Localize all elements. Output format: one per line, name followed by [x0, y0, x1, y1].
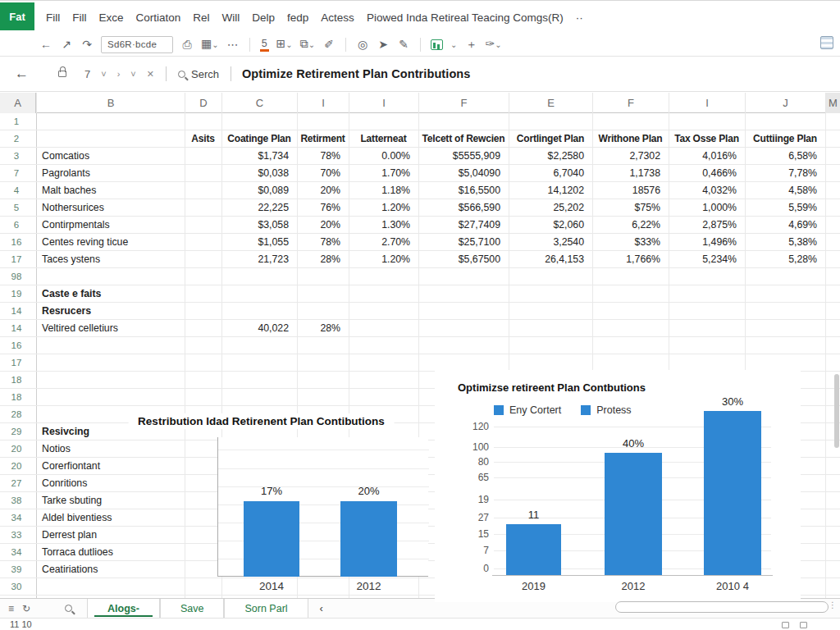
row-number[interactable]: 3 [0, 148, 33, 165]
table-cell[interactable]: 1.20% [349, 251, 418, 268]
menu-item-9[interactable]: Piowed Inda Retireal Teacing Comgs(R) [367, 11, 564, 24]
table-cell[interactable]: 1.30% [349, 217, 418, 234]
table-cell[interactable]: 76% [297, 199, 349, 217]
row-number[interactable]: 20 [0, 458, 33, 475]
pen-icon[interactable]: ✑⌄ [485, 36, 501, 52]
table-cell[interactable]: 2,7302 [592, 148, 669, 165]
row-number[interactable]: 34 [0, 509, 33, 527]
table-header-cell[interactable]: Writhone Plan [592, 130, 669, 148]
column-header-10[interactable]: J [745, 93, 825, 113]
refresh-icon[interactable]: ↻ [22, 603, 30, 614]
menu-item-0[interactable]: Fill [46, 11, 60, 24]
table-cell[interactable]: 3,2540 [509, 234, 592, 251]
sheet-tab-2[interactable]: Sorn Parl [224, 599, 308, 618]
table-cell[interactable]: 4,69% [745, 217, 825, 234]
table-cell[interactable]: 28% [297, 251, 349, 268]
menu-item-7[interactable]: fedp [287, 11, 308, 24]
table-cell[interactable]: $25,7100 [418, 234, 509, 251]
row-label-cell[interactable]: Centes reving ticue [36, 234, 185, 251]
table-cell[interactable]: 5,234% [669, 251, 745, 268]
table-cell[interactable]: 1.18% [349, 182, 418, 199]
table-cell[interactable]: $2,060 [509, 217, 592, 234]
table-cell[interactable]: 6,7040 [509, 165, 592, 182]
row-number[interactable]: 5 [0, 199, 33, 217]
overflow-dots-icon[interactable]: ⋮ [829, 600, 837, 609]
table-cell[interactable]: 2.70% [349, 234, 418, 251]
book-icon[interactable] [800, 622, 807, 628]
cell-reference[interactable]: 7 [84, 68, 90, 80]
menu-item-6[interactable]: Delp [252, 11, 275, 24]
user-icon[interactable] [782, 622, 789, 628]
table-cell[interactable]: 6,22% [592, 217, 669, 234]
table-cell[interactable]: $566,590 [418, 199, 509, 217]
more-icon[interactable]: ⋯ [226, 37, 240, 52]
file-icon[interactable]: ⎙ [180, 37, 194, 52]
table-cell[interactable]: $1,734 [221, 148, 297, 165]
table-cell[interactable]: 21,723 [221, 251, 297, 268]
table-cell[interactable]: 5,28% [745, 251, 825, 268]
fx-icon[interactable]: › [117, 69, 121, 79]
table-cell[interactable]: 14,1202 [509, 182, 592, 199]
right-bar-chart[interactable]: Optimizse retireent Plan Contbutions Eny… [435, 370, 801, 602]
table-cell[interactable]: 1.70% [349, 165, 418, 182]
row-label-cell[interactable]: Comcatios [36, 148, 185, 165]
chart-bar[interactable] [605, 453, 662, 575]
row-number[interactable]: 7 [0, 165, 33, 182]
plus-icon[interactable]: ＋ [464, 37, 477, 52]
column-header-2[interactable]: D [185, 93, 221, 113]
row-number[interactable]: 27 [0, 475, 33, 492]
menu-item-1[interactable]: Fill [72, 11, 86, 24]
row-number[interactable]: 4 [0, 182, 33, 199]
row-label-cell[interactable]: Veltired celletiurs [36, 320, 185, 337]
row-number[interactable]: 1 [0, 113, 33, 130]
chart-icon[interactable] [431, 39, 443, 50]
left-bar-chart[interactable]: Restribution Idad Retirenent Plan Contib… [94, 409, 428, 600]
menu-item-5[interactable]: Will [222, 11, 240, 24]
table-cell[interactable]: $5555,909 [418, 148, 509, 165]
table-cell[interactable]: $16,5500 [418, 182, 509, 199]
table-cell[interactable]: 25,202 [509, 199, 592, 217]
back-icon[interactable]: ← [39, 37, 52, 52]
column-header-7[interactable]: E [509, 93, 592, 113]
row-label-cell[interactable]: Caste e faits [36, 285, 185, 303]
table-cell[interactable]: 70% [297, 165, 349, 182]
row-number[interactable]: 98 [0, 268, 33, 285]
table-cell[interactable]: $33% [592, 234, 669, 251]
chart-bar[interactable] [506, 524, 561, 575]
row-number[interactable]: 18 [0, 372, 33, 389]
scrollbar-thumb[interactable] [834, 374, 839, 448]
chevron-down-icon[interactable]: ˅ [101, 69, 106, 79]
edit-icon[interactable]: ✎ [397, 37, 410, 52]
row-label-cell[interactable]: Malt baches [36, 182, 185, 199]
row-number[interactable]: 38 [0, 492, 33, 509]
menu-item-8[interactable]: Actess [321, 11, 354, 24]
column-header-11[interactable]: M [825, 93, 840, 113]
app-logo[interactable]: Fat [0, 2, 34, 30]
chart-bar[interactable] [340, 501, 397, 577]
tab-scroll-left-icon[interactable]: ‹ [320, 602, 323, 614]
table-cell[interactable]: 0,466% [669, 165, 745, 182]
sheet-tab-1[interactable]: Save [160, 599, 225, 618]
table-cell[interactable]: $75% [592, 199, 669, 217]
table-cell[interactable]: 20% [297, 182, 349, 199]
table-cell[interactable]: 1,1738 [592, 165, 669, 182]
table-cell[interactable]: $5,04090 [418, 165, 509, 182]
table-header-cell[interactable]: Coatinge Plan [221, 130, 297, 148]
table-cell[interactable]: 26,4,153 [509, 251, 592, 268]
table-cell[interactable]: 0.00% [349, 148, 418, 165]
table-cell[interactable]: 4,016% [669, 148, 745, 165]
search-icon[interactable] [178, 71, 185, 78]
borders-icon[interactable]: ⊞⌄ [276, 36, 293, 52]
table-cell[interactable]: 78% [297, 234, 349, 251]
row-label-cell[interactable]: Resrucers [36, 303, 185, 320]
undo-icon[interactable]: ↷ [80, 37, 94, 52]
table-cell[interactable]: $5,67500 [418, 251, 509, 268]
table-header-cell[interactable]: Cortlinget Plan [509, 130, 592, 148]
row-number[interactable]: 20 [0, 441, 33, 458]
row-number[interactable]: 16 [0, 337, 33, 354]
table-cell[interactable]: 1,766% [592, 251, 669, 268]
table-cell[interactable]: $2,2580 [509, 148, 592, 165]
row-number[interactable]: 19 [0, 285, 33, 303]
row-number[interactable]: 14 [0, 303, 33, 320]
table-header-cell[interactable]: Telcett of Rewcien [418, 130, 509, 148]
